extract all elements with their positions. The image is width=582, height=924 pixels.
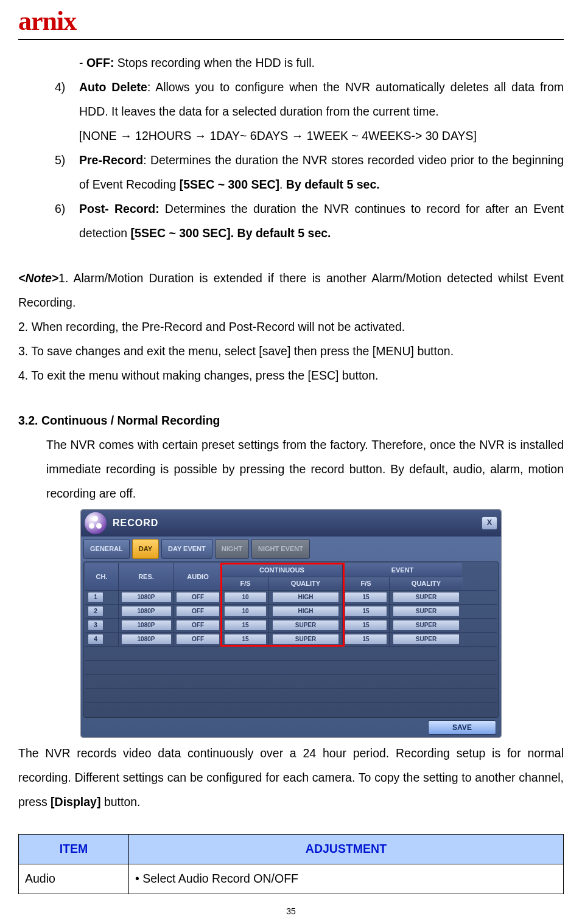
note-1: 1. Alarm/Motion Duration is extended if … [18,271,564,309]
logo-text: arnix [18,5,76,36]
th-item: ITEM [19,834,129,864]
adjustment-table: ITEM ADJUSTMENT Audio • Select Audio Rec… [18,834,564,894]
item6-bold: Post- Record: [79,202,160,215]
section-heading: 3.2. Continuous / Normal Recording [18,409,564,433]
cont-quality-value[interactable]: SUPER [272,634,339,645]
film-reel-icon [85,512,107,534]
channel-badge[interactable]: 1 [88,592,103,603]
item5-bold: Pre-Record [79,153,143,167]
event-quality-value[interactable]: SUPER [393,606,460,617]
cont-fs-value[interactable]: 15 [224,634,267,645]
after-shot-bold: [Display] [51,795,100,808]
section-body: The NVR comes with certain preset settin… [46,433,564,506]
hdr-cont-fs: F/S [222,577,269,589]
hdr-ch: CH. [85,563,119,590]
tab-night-event: NIGHT EVENT [251,539,310,559]
table-row: 31080POFF15SUPER15SUPER [85,618,497,632]
cont-quality-value[interactable]: HIGH [272,592,339,603]
tab-bar: GENERAL DAY DAY EVENT NIGHT NIGHT EVENT [83,539,499,559]
save-button[interactable]: SAVE [428,720,496,735]
record-grid: CH. RES. AUDIO CONTINUOUS F/S QUALITY [83,561,499,718]
item5-bold3: By default 5 sec. [286,178,380,191]
list-num-6: 6) [55,197,79,246]
event-fs-value[interactable]: 15 [345,620,387,631]
td-adjustment: • Select Audio Record ON/OFF [129,864,564,894]
hdr-evt-qual: QUALITY [390,577,463,589]
hdr-evt-fs: F/S [343,577,390,589]
brand-logo: arnix [18,6,564,36]
list-item-4: 4) Auto Delete: Allows you to configure … [55,75,564,148]
res-value[interactable]: 1080P [121,606,172,617]
hdr-res: RES. [119,563,174,590]
window-title: RECORD [113,513,482,533]
channel-badge[interactable]: 4 [88,634,103,645]
tab-day-event[interactable]: DAY EVENT [161,539,212,559]
cont-fs-value[interactable]: 15 [224,620,267,631]
event-quality-value[interactable]: SUPER [393,620,460,631]
hdr-event: EVENT [343,563,462,577]
item4-line2: [NONE → 12HOURS → 1DAY~ 6DAYS → 1WEEK ~ … [79,124,564,148]
off-prefix: - [79,56,86,69]
note-4: 4. To exit the menu without making chang… [18,364,564,388]
tab-night: NIGHT [215,539,249,559]
cont-quality-value[interactable]: SUPER [272,620,339,631]
event-quality-value[interactable]: SUPER [393,592,460,603]
record-screenshot: RECORD X GENERAL DAY DAY EVENT NIGHT NIG… [18,509,564,738]
res-value[interactable]: 1080P [121,634,172,645]
res-value[interactable]: 1080P [121,620,172,631]
hdr-audio: AUDIO [174,563,222,590]
off-line: - OFF: Stops recording when the HDD is f… [79,51,564,75]
event-quality-value[interactable]: SUPER [393,634,460,645]
audio-value[interactable]: OFF [176,592,220,603]
cont-fs-value[interactable]: 10 [224,592,267,603]
cont-quality-value[interactable]: HIGH [272,606,339,617]
note-block: <Note>1. Alarm/Motion Duration is extend… [18,266,564,388]
off-bold: OFF: [86,56,114,69]
event-fs-value[interactable]: 15 [345,606,387,617]
td-item: Audio [19,864,129,894]
after-shot-text: The NVR records video data continuously … [18,742,564,815]
list-num-5: 5) [55,148,79,197]
table-row: 41080POFF15SUPER15SUPER [85,632,497,646]
event-fs-value[interactable]: 15 [345,634,387,645]
item6-bold2: [5SEC ~ 300 SEC]. By default 5 sec. [131,226,331,240]
tab-general[interactable]: GENERAL [83,539,130,559]
note-3: 3. To save changes and exit the menu, se… [18,339,564,364]
item5-text2: . [279,178,286,191]
item4-text: : Allows you to configure when the NVR a… [79,80,564,118]
off-rest: Stops recording when the HDD is full. [114,56,314,69]
list-num-4: 4) [55,75,79,148]
audio-value[interactable]: OFF [176,634,220,645]
event-fs-value[interactable]: 15 [345,592,387,603]
channel-badge[interactable]: 2 [88,606,103,617]
audio-value[interactable]: OFF [176,620,220,631]
item4-bold: Auto Delete [79,80,147,94]
th-adjustment: ADJUSTMENT [129,834,564,864]
table-row: 11080POFF10HIGH15SUPER [85,590,497,604]
page-number: 35 [18,906,564,916]
res-value[interactable]: 1080P [121,592,172,603]
cont-fs-value[interactable]: 10 [224,606,267,617]
document-body: - OFF: Stops recording when the HDD is f… [18,51,564,894]
note-label: <Note> [18,271,58,285]
note-2: 2. When recording, the Pre-Record and Po… [18,315,564,339]
after-shot-t2: button. [100,795,140,808]
tab-day[interactable]: DAY [132,539,159,559]
hdr-cont-qual: QUALITY [269,577,342,589]
item5-bold2: [5SEC ~ 300 SEC] [180,178,279,191]
table-row: 21080POFF10HIGH15SUPER [85,604,497,618]
channel-badge[interactable]: 3 [88,620,103,631]
header-rule [18,39,564,40]
list-item-6: 6) Post- Record: Determines the duration… [55,197,564,246]
close-button[interactable]: X [482,516,497,530]
list-item-5: 5) Pre-Record: Determines the duration t… [55,148,564,197]
hdr-continuous: CONTINUOUS [222,563,342,577]
audio-value[interactable]: OFF [176,606,220,617]
